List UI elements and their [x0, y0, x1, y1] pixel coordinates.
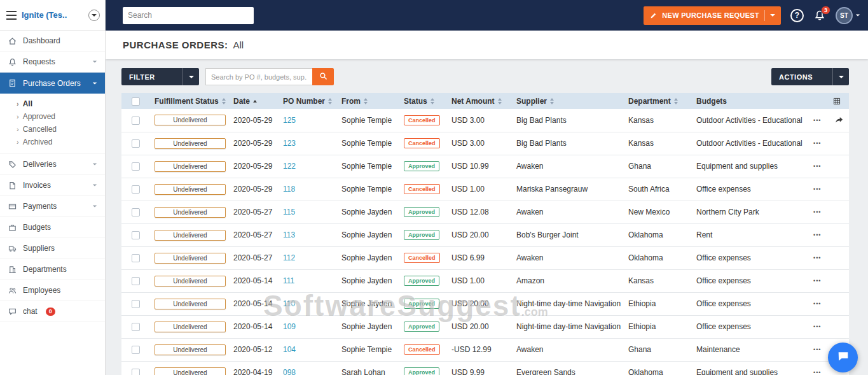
po-number-link[interactable]: 113	[283, 230, 295, 239]
submenu-label: Cancelled	[23, 125, 57, 134]
sidebar-subitem-all[interactable]: ›All	[0, 97, 105, 110]
column-settings-icon[interactable]	[832, 96, 841, 105]
row-checkbox[interactable]	[132, 323, 140, 331]
filter-button[interactable]: FILTER	[121, 68, 199, 85]
new-purchase-request-button[interactable]: NEW PURCHASE REQUEST	[644, 6, 781, 25]
row-menu-button[interactable]: •••	[813, 301, 821, 307]
col-po-number[interactable]: PO Number	[278, 93, 336, 109]
row-checkbox[interactable]	[132, 139, 140, 148]
sidebar-item-budgets[interactable]: Budgets	[0, 217, 105, 238]
po-number-link[interactable]: 118	[283, 185, 295, 194]
budget-cell: Northern City Park	[691, 201, 807, 223]
status-badge: Cancelled	[404, 184, 440, 194]
po-number-link[interactable]: 122	[283, 162, 296, 171]
col-fulfillment-status[interactable]: Fulfillment Status	[149, 93, 228, 109]
sidebar-subitem-cancelled[interactable]: ›Cancelled	[0, 123, 105, 136]
fulfillment-status-button[interactable]: Undelivered	[155, 344, 226, 355]
sidebar-item-invoices[interactable]: Invoices	[0, 175, 105, 196]
sidebar-subitem-archived[interactable]: ›Archived	[0, 136, 105, 148]
col-status[interactable]: Status	[399, 93, 446, 109]
status-badge: Approved	[404, 161, 439, 171]
sidebar-subitem-approved[interactable]: ›Approved	[0, 110, 105, 123]
col-from[interactable]: From	[336, 93, 399, 109]
search-submit-button[interactable]	[312, 68, 334, 85]
page-subtitle: All	[233, 39, 244, 50]
share-icon[interactable]	[834, 115, 849, 125]
from-cell: Sophie Jayden	[336, 292, 399, 315]
row-menu-button[interactable]: •••	[813, 323, 821, 330]
chevron-down-icon	[93, 184, 97, 186]
fulfillment-status-button[interactable]: Undelivered	[155, 161, 226, 172]
fulfillment-status-button[interactable]: Undelivered	[155, 138, 226, 149]
row-menu-button[interactable]: •••	[813, 186, 821, 192]
row-menu-button[interactable]: •••	[813, 232, 821, 238]
row-menu-button[interactable]: •••	[813, 163, 821, 169]
row-checkbox[interactable]	[132, 231, 140, 239]
po-number-link[interactable]: 125	[283, 116, 296, 125]
po-number-link[interactable]: 115	[283, 208, 295, 216]
fulfillment-status-button[interactable]: Undelivered	[155, 276, 226, 287]
table-row: Undelivered2020-05-27115Sophie JaydenApp…	[121, 201, 849, 223]
submenu-label: Approved	[23, 112, 55, 121]
row-checkbox[interactable]	[132, 300, 140, 308]
row-checkbox[interactable]	[132, 185, 140, 194]
sidebar-item-departments[interactable]: Departments	[0, 259, 105, 280]
po-number-link[interactable]: 098	[283, 368, 296, 375]
sidebar-item-payments[interactable]: Payments	[0, 196, 105, 217]
fulfillment-status-button[interactable]: Undelivered	[155, 322, 226, 332]
row-checkbox[interactable]	[132, 369, 140, 375]
row-menu-button[interactable]: •••	[813, 140, 821, 146]
row-checkbox[interactable]	[132, 117, 140, 125]
row-checkbox[interactable]	[132, 254, 140, 262]
col-supplier[interactable]: Supplier	[511, 93, 623, 109]
po-number-link[interactable]: 111	[283, 276, 294, 285]
button-divider	[764, 10, 765, 21]
actions-button[interactable]: ACTIONS	[771, 68, 849, 85]
po-number-link[interactable]: 110	[283, 299, 295, 308]
row-menu-button[interactable]: •••	[813, 369, 821, 375]
row-checkbox[interactable]	[132, 346, 140, 354]
po-number-link[interactable]: 123	[283, 139, 296, 148]
sidebar-item-employees[interactable]: Employees	[0, 280, 105, 301]
fulfillment-status-button[interactable]: Undelivered	[155, 207, 226, 218]
department-cell: Kansas	[623, 269, 691, 292]
workspace-switcher-button[interactable]	[88, 10, 100, 21]
sidebar-item-dashboard[interactable]: Dashboard	[0, 31, 105, 52]
status-badge: Approved	[404, 367, 439, 375]
col-budgets[interactable]: Budgets	[691, 93, 807, 109]
row-checkbox[interactable]	[132, 162, 140, 171]
row-checkbox[interactable]	[132, 277, 140, 285]
user-menu-button[interactable]: ST	[836, 7, 860, 24]
po-number-link[interactable]: 109	[283, 322, 296, 331]
global-search-input[interactable]	[123, 7, 254, 24]
row-menu-button[interactable]: •••	[813, 117, 821, 124]
fulfillment-status-button[interactable]: Undelivered	[155, 230, 226, 241]
sidebar-item-requests[interactable]: Requests	[0, 52, 105, 73]
sidebar-item-suppliers[interactable]: Suppliers	[0, 238, 105, 259]
fulfillment-status-button[interactable]: Undelivered	[155, 184, 226, 195]
row-menu-button[interactable]: •••	[813, 346, 821, 353]
row-menu-button[interactable]: •••	[813, 278, 821, 284]
po-number-link[interactable]: 104	[283, 345, 296, 354]
fulfillment-status-button[interactable]: Undelivered	[155, 299, 226, 309]
brand-name[interactable]: Ignite (Tes..	[22, 10, 67, 20]
row-menu-button[interactable]: •••	[813, 209, 821, 215]
fulfillment-status-button[interactable]: Undelivered	[155, 253, 226, 264]
sidebar-item-purchase-orders[interactable]: Purchase Orders	[0, 73, 105, 94]
notifications-button[interactable]: 3	[813, 9, 826, 22]
col-net-amount[interactable]: Net Amount	[446, 93, 511, 109]
row-checkbox[interactable]	[132, 208, 140, 216]
chat-widget-button[interactable]	[828, 343, 858, 372]
sidebar-item-deliveries[interactable]: Deliveries	[0, 154, 105, 175]
po-number-link[interactable]: 112	[283, 253, 295, 262]
select-all-checkbox[interactable]	[132, 97, 140, 106]
fulfillment-status-button[interactable]: Undelivered	[155, 115, 226, 125]
table-search-input[interactable]	[205, 68, 312, 85]
fulfillment-status-button[interactable]: Undelivered	[155, 367, 226, 375]
hamburger-menu-icon[interactable]	[6, 11, 17, 20]
col-department[interactable]: Department	[623, 93, 691, 109]
row-menu-button[interactable]: •••	[813, 255, 821, 261]
help-button[interactable]: ?	[790, 9, 804, 22]
col-date[interactable]: Date	[228, 93, 278, 109]
sidebar-item-chat[interactable]: chat0	[0, 301, 105, 322]
